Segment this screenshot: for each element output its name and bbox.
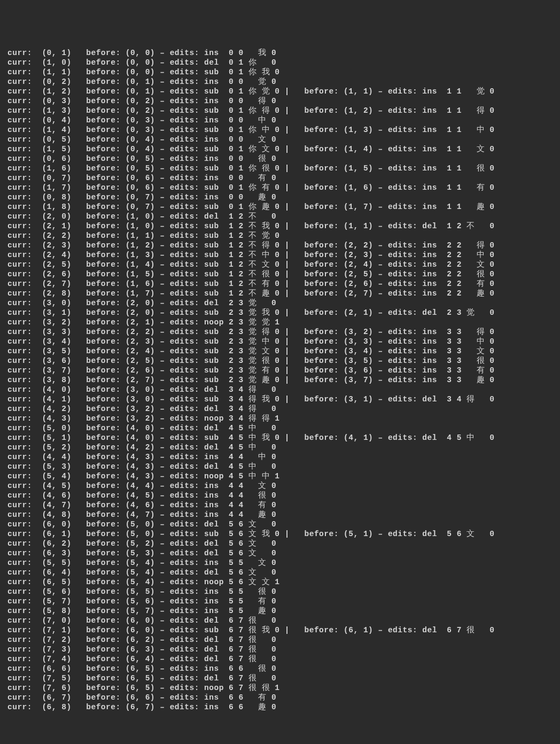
trace-line: curr: (4, 8) before: (4, 7) – edits: ins… [0, 510, 560, 520]
trace-line: curr: (6, 1) before: (5, 0) – edits: sub… [0, 529, 560, 539]
trace-line: curr: (0, 4) before: (0, 3) – edits: ins… [0, 115, 560, 125]
trace-line: curr: (1, 8) before: (0, 7) – edits: sub… [0, 202, 560, 212]
trace-line: curr: (6, 8) before: (6, 7) – edits: ins… [0, 702, 560, 712]
trace-line: curr: (1, 2) before: (0, 1) – edits: sub… [0, 87, 560, 96]
trace-line: curr: (4, 0) before: (3, 0) – edits: del… [0, 385, 560, 394]
trace-line: curr: (0, 6) before: (0, 5) – edits: ins… [0, 154, 560, 164]
trace-line: curr: (5, 8) before: (5, 7) – edits: ins… [0, 606, 560, 616]
trace-line: curr: (4, 1) before: (3, 0) – edits: sub… [0, 394, 560, 404]
trace-line: curr: (2, 3) before: (1, 2) – edits: sub… [0, 241, 560, 250]
trace-line: curr: (6, 2) before: (5, 2) – edits: del… [0, 539, 560, 548]
trace-line: curr: (7, 5) before: (6, 5) – edits: del… [0, 673, 560, 683]
trace-line: curr: (2, 0) before: (1, 0) – edits: del… [0, 212, 560, 221]
trace-line: curr: (2, 5) before: (1, 4) – edits: sub… [0, 260, 560, 269]
trace-line: curr: (1, 7) before: (0, 6) – edits: sub… [0, 183, 560, 192]
terminal-output: curr: (0, 1) before: (0, 0) – edits: ins… [0, 48, 560, 712]
trace-line: curr: (3, 0) before: (2, 0) – edits: del… [0, 298, 560, 308]
trace-line: curr: (2, 7) before: (1, 6) – edits: sub… [0, 279, 560, 289]
trace-line: curr: (7, 4) before: (6, 4) – edits: del… [0, 654, 560, 664]
trace-line: curr: (6, 7) before: (6, 6) – edits: ins… [0, 693, 560, 702]
trace-line: curr: (0, 5) before: (0, 4) – edits: ins… [0, 135, 560, 144]
trace-line: curr: (1, 4) before: (0, 3) – edits: sub… [0, 125, 560, 135]
trace-line: curr: (1, 0) before: (0, 0) – edits: del… [0, 58, 560, 67]
trace-line: curr: (1, 6) before: (0, 5) – edits: sub… [0, 164, 560, 173]
trace-line: curr: (4, 5) before: (4, 4) – edits: ins… [0, 481, 560, 491]
trace-line: curr: (2, 1) before: (1, 0) – edits: sub… [0, 221, 560, 231]
trace-line: curr: (5, 3) before: (4, 3) – edits: del… [0, 462, 560, 471]
trace-line: curr: (4, 6) before: (4, 5) – edits: ins… [0, 491, 560, 500]
trace-line: curr: (6, 6) before: (6, 5) – edits: ins… [0, 664, 560, 673]
trace-line: curr: (2, 8) before: (1, 7) – edits: sub… [0, 289, 560, 298]
trace-line: curr: (5, 4) before: (4, 3) – edits: noo… [0, 471, 560, 481]
trace-line: curr: (6, 0) before: (5, 0) – edits: del… [0, 520, 560, 529]
trace-line: curr: (2, 6) before: (1, 5) – edits: sub… [0, 269, 560, 279]
trace-line: curr: (0, 3) before: (0, 2) – edits: ins… [0, 96, 560, 106]
trace-line: curr: (1, 1) before: (0, 0) – edits: sub… [0, 67, 560, 77]
trace-line: curr: (5, 2) before: (4, 2) – edits: del… [0, 443, 560, 452]
trace-line: curr: (7, 6) before: (6, 5) – edits: noo… [0, 683, 560, 693]
trace-line: curr: (4, 3) before: (3, 2) – edits: noo… [0, 414, 560, 423]
trace-line: curr: (3, 1) before: (2, 0) – edits: sub… [0, 308, 560, 317]
trace-line: curr: (5, 7) before: (5, 6) – edits: ins… [0, 596, 560, 606]
trace-line: curr: (3, 7) before: (2, 6) – edits: sub… [0, 366, 560, 375]
trace-line: curr: (6, 4) before: (5, 4) – edits: del… [0, 568, 560, 577]
trace-line: curr: (3, 4) before: (2, 3) – edits: sub… [0, 337, 560, 346]
trace-line: curr: (2, 4) before: (1, 3) – edits: sub… [0, 250, 560, 260]
trace-line: curr: (5, 5) before: (5, 4) – edits: ins… [0, 558, 560, 568]
trace-line: curr: (4, 4) before: (4, 3) – edits: ins… [0, 452, 560, 462]
trace-line: curr: (3, 5) before: (2, 4) – edits: sub… [0, 346, 560, 356]
trace-line: curr: (1, 5) before: (0, 4) – edits: sub… [0, 144, 560, 154]
trace-line: curr: (3, 6) before: (2, 5) – edits: sub… [0, 356, 560, 366]
trace-line: curr: (4, 2) before: (3, 2) – edits: del… [0, 404, 560, 414]
trace-line: curr: (6, 3) before: (5, 3) – edits: del… [0, 548, 560, 558]
trace-line: curr: (7, 1) before: (6, 0) – edits: sub… [0, 625, 560, 635]
trace-line: curr: (2, 2) before: (1, 1) – edits: sub… [0, 231, 560, 241]
trace-line: curr: (0, 7) before: (0, 6) – edits: ins… [0, 173, 560, 183]
trace-line: curr: (0, 8) before: (0, 7) – edits: ins… [0, 192, 560, 202]
trace-line: curr: (6, 5) before: (5, 4) – edits: noo… [0, 577, 560, 587]
trace-line: curr: (5, 6) before: (5, 5) – edits: ins… [0, 587, 560, 596]
trace-line: curr: (4, 7) before: (4, 6) – edits: ins… [0, 500, 560, 510]
trace-line: curr: (5, 1) before: (4, 0) – edits: sub… [0, 433, 560, 443]
trace-line: curr: (5, 0) before: (4, 0) – edits: del… [0, 423, 560, 433]
trace-line: curr: (7, 2) before: (6, 2) – edits: del… [0, 635, 560, 645]
trace-line: curr: (0, 1) before: (0, 0) – edits: ins… [0, 48, 560, 58]
trace-line: curr: (3, 8) before: (2, 7) – edits: sub… [0, 375, 560, 385]
trace-line: curr: (0, 2) before: (0, 1) – edits: ins… [0, 77, 560, 87]
trace-line: curr: (3, 2) before: (2, 1) – edits: noo… [0, 317, 560, 327]
trace-line: curr: (3, 3) before: (2, 2) – edits: sub… [0, 327, 560, 337]
trace-line: curr: (7, 3) before: (6, 3) – edits: del… [0, 645, 560, 654]
trace-line: curr: (1, 3) before: (0, 2) – edits: sub… [0, 106, 560, 115]
trace-line: curr: (7, 0) before: (6, 0) – edits: del… [0, 616, 560, 625]
